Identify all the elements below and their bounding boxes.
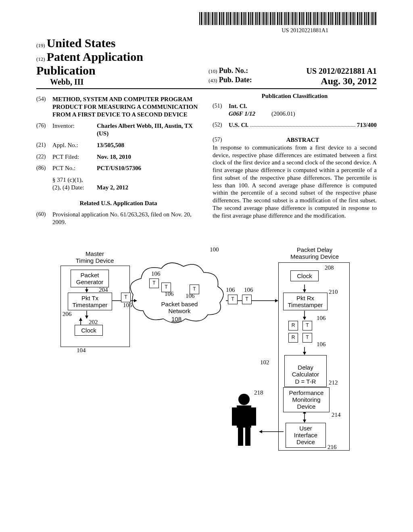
ref-106c: 106 (186, 293, 195, 299)
body-columns: (54) METHOD, SYSTEM AND COMPUTER PROGRAM… (36, 91, 377, 226)
ref-208: 208 (325, 264, 334, 271)
barcode-number: US 20120221881A1 (36, 27, 377, 34)
invention-title: METHOD, SYSTEM AND COMPUTER PROGRAM PROD… (52, 96, 200, 118)
pubtype-code: (12) (36, 56, 45, 62)
pubdate: Aug. 30, 2012 (321, 76, 377, 87)
ui-device-box: User Interface Device (286, 423, 326, 448)
abstract-text: In response to communications from a fir… (213, 144, 377, 220)
ref-106d: 106 (123, 302, 132, 309)
ref-102: 102 (260, 359, 269, 366)
packet-t: T (121, 293, 131, 302)
country-code: (19) (36, 42, 45, 48)
ref-106e: 106 (226, 287, 235, 293)
packet-t: T (302, 321, 312, 330)
s371-date-label: (2), (4) Date: (52, 184, 97, 191)
ref-210: 210 (329, 289, 338, 295)
intcl-code: (51) (213, 102, 229, 118)
svg-rect-25 (232, 407, 237, 426)
svg-rect-28 (245, 428, 250, 446)
s371-date-value: May 2, 2012 (97, 184, 128, 191)
pubdate-label: Pub. Date: (219, 76, 252, 84)
author: Webb, III (50, 77, 83, 86)
left-column: (54) METHOD, SYSTEM AND COMPUTER PROGRAM… (36, 91, 200, 226)
uscl-label: U.S. Cl. (229, 122, 248, 128)
barcode (199, 12, 377, 25)
pdm-label: Packet Delay Measuring Device (288, 246, 341, 260)
pubno: US 2012/0221881 A1 (307, 66, 377, 76)
ref-218: 218 (254, 389, 263, 396)
svg-point-23 (238, 394, 250, 405)
patent-page: US 20120221881A1 (19) United States (12)… (0, 0, 413, 532)
ref-104: 104 (77, 347, 86, 354)
packet-t: T (149, 278, 159, 288)
ref-212: 212 (329, 379, 338, 386)
pctno-value: PCT/US10/57306 (97, 164, 200, 172)
s371-label: § 371 (c)(1), (52, 176, 200, 184)
pubno-label: Pub. No.: (219, 66, 248, 75)
uscl-value: 713/400 (357, 122, 377, 128)
prov-code: (60) (36, 211, 52, 226)
perf-mon-box: Performance Monitoring Device (283, 387, 330, 412)
intcl-date: (2006.01) (271, 110, 295, 118)
delay-calc-box: Delay Calculator D = T-R (284, 355, 327, 387)
network-label: Packet based Network (155, 301, 204, 314)
related-head: Related U.S. Application Data (36, 200, 200, 207)
ref-108: 108 (171, 316, 181, 322)
abs-head: ABSTRACT (286, 137, 319, 143)
pkt-tx-box: Pkt Tx Timestamper (68, 293, 112, 311)
svg-marker-7 (134, 299, 137, 302)
ref-216: 216 (327, 444, 337, 451)
svg-marker-22 (259, 430, 262, 433)
pubdate-code: (43) (209, 77, 217, 83)
applno-code: (21) (36, 141, 52, 149)
figure: Master Timing Device Packet Generator Pk… (36, 246, 377, 464)
country: United States (47, 36, 116, 50)
packet-generator-box: Packet Generator (71, 270, 109, 288)
packet-r: R (288, 321, 298, 330)
pctfiled-label: PCT Filed: (52, 153, 97, 161)
inventor-code: (76) (36, 122, 52, 137)
pctfiled-code: (22) (36, 153, 52, 161)
prov-text: Provisional application No. 61/263,263, … (52, 211, 200, 226)
barcode-area (36, 12, 377, 27)
pctfiled-value: Nov. 18, 2010 (97, 153, 200, 161)
clock-box-left: Clock (75, 325, 103, 336)
pubno-code: (10) (209, 68, 217, 74)
svg-rect-27 (238, 428, 243, 446)
applno-value: 13/505,508 (97, 141, 200, 149)
ref-106g: 106 (317, 315, 326, 322)
pkt-rx-box: Pkt Rx Timestamper (283, 293, 327, 311)
master-label: Master Timing Device (73, 250, 117, 264)
classification-head: Publication Classification (213, 92, 377, 100)
svg-rect-24 (237, 405, 251, 428)
svg-rect-26 (251, 407, 256, 426)
pub-type: Patent Application Publication (36, 50, 143, 77)
inventor-value: Charles Albert Webb, III, Austin, TX (US… (97, 122, 200, 137)
intcl-class: G06F 1/12 (229, 110, 255, 117)
ref-106b: 106 (165, 291, 174, 297)
packet-t: T (302, 333, 312, 343)
abs-code: (57) (213, 136, 229, 144)
inventor-label: Inventor: (52, 122, 97, 137)
ref-100: 100 (210, 246, 219, 253)
packet-r: R (288, 333, 298, 343)
ref-206: 206 (63, 311, 72, 318)
applno-label: Appl. No.: (52, 141, 97, 149)
ref-214: 214 (332, 411, 341, 418)
ref-106a: 106 (151, 270, 161, 277)
intcl-label: Int. Cl. (229, 103, 247, 109)
ref-202: 202 (89, 319, 98, 326)
right-column: Publication Classification (51) Int. Cl.… (213, 91, 377, 226)
svg-marker-9 (275, 299, 278, 302)
dots-leader (250, 121, 355, 127)
pctno-label: PCT No.: (52, 164, 97, 172)
pctno-code: (86) (36, 164, 52, 172)
header-block: (19) United States (12) Patent Applicati… (36, 36, 377, 89)
uscl-code: (52) (213, 121, 229, 129)
packet-t: T (242, 295, 252, 304)
packet-t: T (228, 295, 238, 304)
clock-box-right: Clock (290, 270, 319, 281)
ref-106f: 106 (244, 287, 253, 293)
ref-204: 204 (99, 287, 108, 293)
title-code: (54) (36, 96, 52, 118)
